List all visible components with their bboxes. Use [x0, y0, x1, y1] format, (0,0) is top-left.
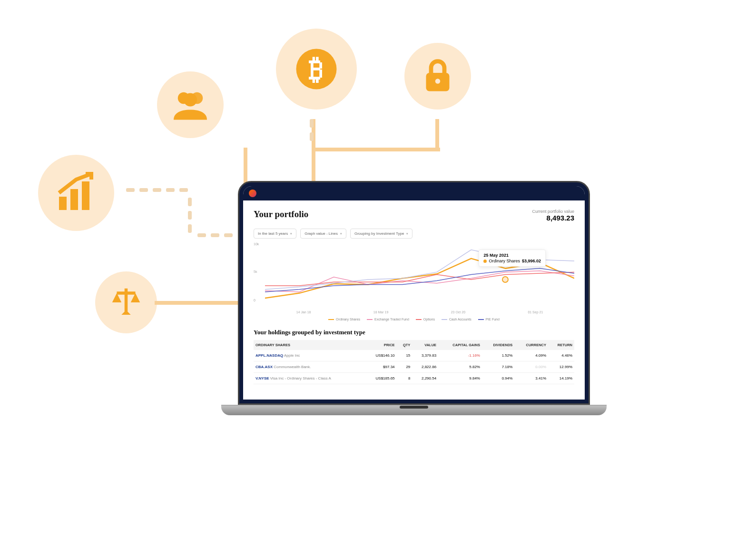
svg-point-9	[435, 79, 441, 84]
filter-period[interactable]: In the last 5 years▾	[254, 229, 296, 239]
table-row[interactable]: CBA.ASX Commonwealth Bank. $97.34292,822…	[254, 361, 574, 373]
legend-item[interactable]: PIE Fund	[478, 318, 500, 321]
column-header[interactable]: RETURN	[548, 340, 574, 350]
chevron-down-icon: ▾	[340, 232, 342, 236]
svg-rect-2	[82, 181, 89, 210]
column-header[interactable]: QTY	[397, 340, 412, 350]
bitcoin-icon: ₿	[276, 29, 357, 110]
column-header[interactable]: ORDINARY SHARES	[254, 340, 364, 350]
svg-point-10	[502, 277, 508, 282]
legend-item[interactable]: Exchange Traded Fund	[367, 318, 409, 321]
filter-grouping[interactable]: Grouping by Investment Type▾	[350, 229, 412, 239]
laptop-mockup: Your portfolio Current portfolio value 8…	[238, 181, 590, 424]
column-header[interactable]: DIVIDENDS	[482, 340, 514, 350]
app-topbar	[243, 186, 585, 200]
svg-text:₿: ₿	[309, 54, 324, 85]
scales-icon	[95, 271, 157, 333]
table-row[interactable]: V.NYSE Visa Inc - Ordinary Shares - Clas…	[254, 373, 574, 384]
holdings-title: Your holdings grouped by investment type	[254, 329, 574, 336]
legend-item[interactable]: Options	[416, 318, 435, 321]
table-row[interactable]: APPL.NASDAQ Apple Inc US$146.10153,379.8…	[254, 350, 574, 361]
holdings-table: ORDINARY SHARESPRICEQTYVALUECAPITAL GAIN…	[254, 340, 574, 384]
chevron-down-icon: ▾	[406, 232, 408, 236]
svg-rect-0	[59, 197, 67, 210]
lock-icon	[404, 43, 471, 110]
portfolio-value-label: Current portfolio value	[532, 209, 574, 214]
svg-rect-8	[426, 73, 450, 91]
chevron-down-icon: ▾	[290, 232, 292, 236]
chart-tooltip: 25 May 2021 Ordinary Shares $3,996.02	[479, 250, 546, 267]
portfolio-value: 8,493.23	[532, 214, 574, 222]
column-header[interactable]: VALUE	[412, 340, 438, 350]
chart-legend: Ordinary SharesExchange Traded FundOptio…	[254, 318, 574, 321]
svg-point-5	[184, 93, 197, 107]
filter-graph[interactable]: Graph value - Lines▾	[300, 229, 346, 239]
app-logo-icon	[249, 190, 256, 197]
chart-growth-icon	[38, 155, 114, 231]
people-icon	[157, 71, 224, 138]
svg-point-6	[296, 49, 337, 90]
page-title: Your portfolio	[254, 209, 308, 220]
column-header[interactable]: CURRENCY	[514, 340, 548, 350]
svg-point-3	[178, 92, 190, 104]
column-header[interactable]: PRICE	[364, 340, 396, 350]
svg-point-4	[191, 92, 203, 104]
legend-item[interactable]: Cash Accounts	[442, 318, 471, 321]
portfolio-chart[interactable]: 10k 5k 0 14 Jan 18 18 Mar 19 23 Oct 20 0…	[254, 242, 574, 314]
column-header[interactable]: CAPITAL GAINS	[438, 340, 482, 350]
svg-rect-1	[70, 189, 78, 210]
legend-item[interactable]: Ordinary Shares	[328, 318, 360, 321]
